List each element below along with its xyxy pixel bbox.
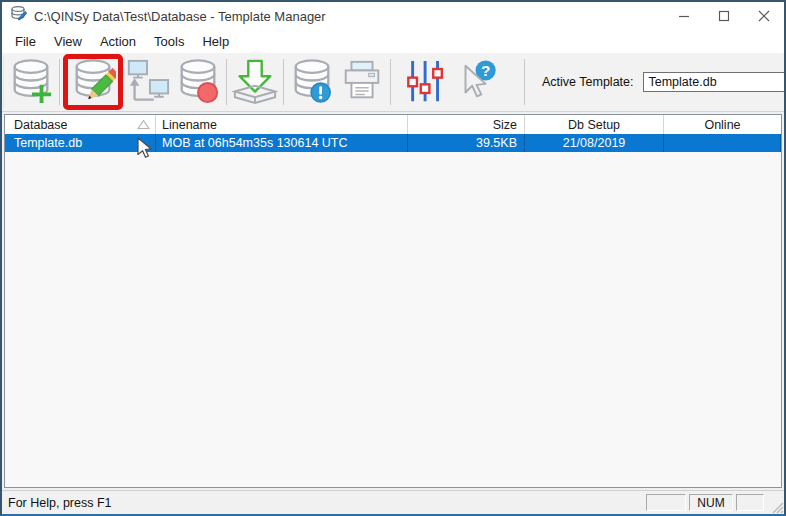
database-edit-icon bbox=[70, 57, 116, 108]
replay-button[interactable] bbox=[123, 56, 173, 108]
help-pointer-icon: ? bbox=[454, 57, 500, 108]
sliders-icon bbox=[404, 57, 450, 108]
toolbar-separator bbox=[390, 59, 391, 105]
edit-database-button[interactable] bbox=[63, 54, 123, 110]
window-title: C:\QINSy Data\Test\Database - Template M… bbox=[34, 9, 326, 24]
record-database-button[interactable] bbox=[173, 56, 223, 108]
print-icon bbox=[339, 57, 385, 108]
column-header-size[interactable]: Size bbox=[408, 115, 525, 134]
column-header-db-setup[interactable]: Db Setup bbox=[525, 115, 664, 134]
active-template-label: Active Template: bbox=[542, 75, 633, 89]
settings-button[interactable] bbox=[402, 56, 452, 108]
menu-view[interactable]: View bbox=[45, 32, 91, 51]
svg-text:?: ? bbox=[481, 61, 490, 78]
database-record-icon bbox=[175, 57, 221, 108]
status-bar: For Help, press F1 NUM bbox=[2, 490, 784, 514]
database-add-icon bbox=[8, 57, 54, 108]
cell-db-setup: 21/08/2019 bbox=[525, 134, 664, 152]
column-header-online[interactable]: Online bbox=[664, 115, 781, 134]
maximize-button[interactable] bbox=[704, 2, 744, 30]
import-database-button[interactable] bbox=[230, 56, 280, 108]
column-header-linename[interactable]: Linename bbox=[156, 115, 408, 134]
toolbar-separator bbox=[524, 59, 525, 105]
menu-action[interactable]: Action bbox=[91, 32, 145, 51]
minimize-button[interactable] bbox=[664, 2, 704, 30]
help-button[interactable]: ? bbox=[452, 56, 502, 108]
template-manager-window: C:\QINSy Data\Test\Database - Template M… bbox=[0, 0, 786, 516]
cell-size: 39.5KB bbox=[408, 134, 525, 152]
toolbar-separator bbox=[226, 59, 227, 105]
status-pane-caps bbox=[646, 494, 686, 511]
database-info-icon bbox=[289, 57, 335, 108]
sort-ascending-icon bbox=[137, 119, 150, 130]
list-header: Database Linename Size Db Setup Online bbox=[5, 115, 781, 134]
cell-online bbox=[664, 134, 781, 152]
replay-monitors-icon bbox=[125, 57, 171, 108]
app-icon bbox=[10, 5, 28, 27]
resize-grip[interactable] bbox=[769, 491, 784, 514]
print-button[interactable] bbox=[337, 56, 387, 108]
status-help-text: For Help, press F1 bbox=[2, 496, 646, 510]
toolbar-gripper[interactable] bbox=[3, 56, 4, 108]
toolbar-separator bbox=[283, 59, 284, 105]
column-header-database[interactable]: Database bbox=[5, 115, 156, 134]
cell-linename: MOB at 06h54m35s 130614 UTC bbox=[156, 134, 408, 152]
close-button[interactable] bbox=[744, 2, 784, 30]
status-pane-scrl bbox=[736, 494, 764, 511]
menu-bar: File View Action Tools Help bbox=[2, 30, 784, 53]
status-pane-num: NUM bbox=[689, 494, 733, 511]
window-controls bbox=[664, 2, 784, 30]
title-bar: C:\QINSy Data\Test\Database - Template M… bbox=[2, 2, 784, 30]
new-database-button[interactable] bbox=[6, 56, 56, 108]
database-import-icon bbox=[232, 57, 278, 108]
client-area: Database Linename Size Db Setup Online bbox=[2, 112, 784, 490]
list-empty-area bbox=[5, 152, 781, 487]
toolbar: ? Active Template: bbox=[2, 53, 784, 112]
database-info-button[interactable] bbox=[287, 56, 337, 108]
active-template-input[interactable] bbox=[643, 72, 786, 92]
toolbar-separator bbox=[59, 59, 60, 105]
cell-database: Template.db bbox=[5, 134, 156, 152]
menu-tools[interactable]: Tools bbox=[145, 32, 193, 51]
database-list: Database Linename Size Db Setup Online bbox=[4, 114, 782, 488]
menu-help[interactable]: Help bbox=[193, 32, 238, 51]
table-row-selected[interactable]: Template.db MOB at 06h54m35s 130614 UTC … bbox=[5, 134, 781, 152]
menu-file[interactable]: File bbox=[6, 32, 45, 51]
